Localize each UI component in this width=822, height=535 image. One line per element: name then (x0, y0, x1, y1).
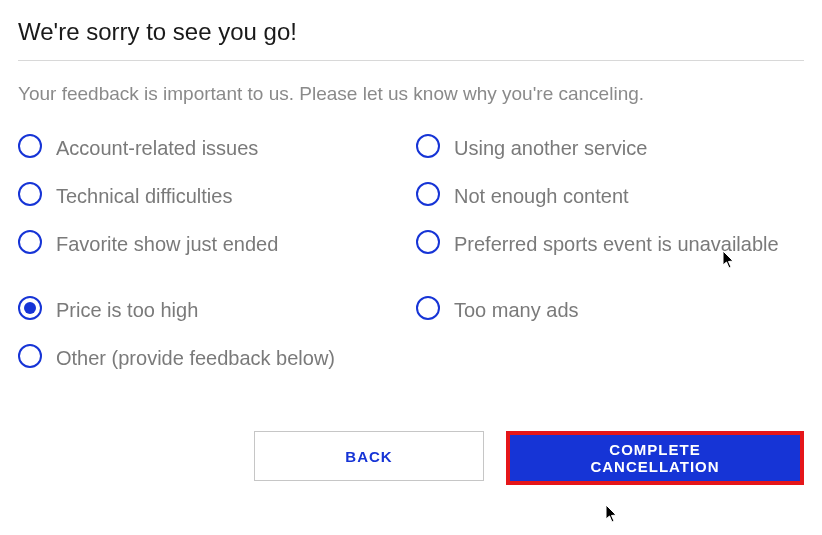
radio-icon-selected (18, 296, 42, 320)
option-label: Technical difficulties (56, 181, 232, 211)
cursor-icon (603, 504, 619, 524)
option-too-many-ads[interactable]: Too many ads (416, 295, 804, 325)
option-another-service[interactable]: Using another service (416, 133, 804, 163)
option-label: Preferred sports event is unavailable (454, 229, 779, 259)
option-not-enough-content[interactable]: Not enough content (416, 181, 804, 211)
options-grid: Account-related issues Using another ser… (18, 133, 804, 391)
radio-icon (416, 182, 440, 206)
radio-icon (416, 230, 440, 254)
button-row: BACK COMPLETE CANCELLATION (18, 431, 804, 485)
option-favorite-ended[interactable]: Favorite show just ended (18, 229, 406, 259)
option-account-related[interactable]: Account-related issues (18, 133, 406, 163)
option-price-high[interactable]: Price is too high (18, 295, 406, 325)
back-button[interactable]: BACK (254, 431, 484, 481)
subtitle: Your feedback is important to us. Please… (18, 83, 804, 105)
option-label: Other (provide feedback below) (56, 343, 335, 373)
radio-icon (416, 296, 440, 320)
complete-cancellation-button[interactable]: COMPLETE CANCELLATION (510, 435, 800, 481)
page-title: We're sorry to see you go! (18, 18, 804, 46)
complete-button-highlight: COMPLETE CANCELLATION (506, 431, 804, 485)
option-label: Price is too high (56, 295, 198, 325)
radio-icon (18, 230, 42, 254)
radio-icon (18, 182, 42, 206)
option-other[interactable]: Other (provide feedback below) (18, 343, 804, 373)
option-label: Account-related issues (56, 133, 258, 163)
radio-icon (416, 134, 440, 158)
radio-icon (18, 344, 42, 368)
option-technical[interactable]: Technical difficulties (18, 181, 406, 211)
option-label: Using another service (454, 133, 647, 163)
option-sports-unavailable[interactable]: Preferred sports event is unavailable (416, 229, 804, 259)
option-label: Not enough content (454, 181, 629, 211)
divider (18, 60, 804, 61)
option-label: Too many ads (454, 295, 579, 325)
option-label: Favorite show just ended (56, 229, 278, 259)
radio-icon (18, 134, 42, 158)
